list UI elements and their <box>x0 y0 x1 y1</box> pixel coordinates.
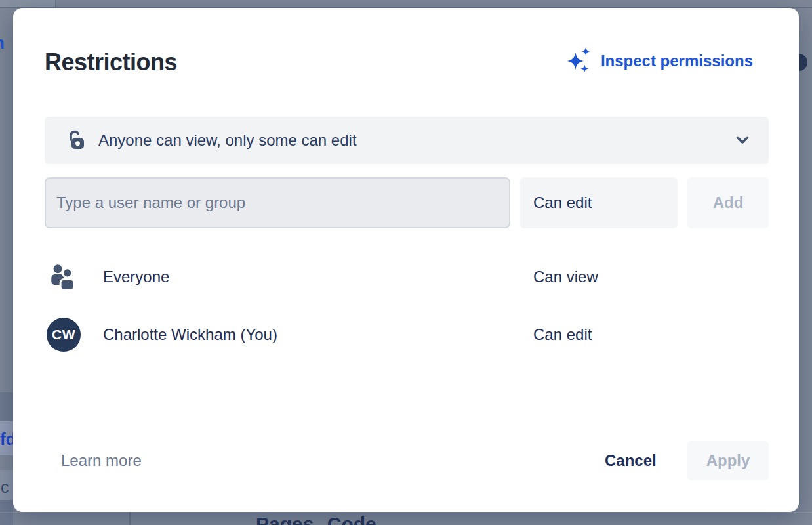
principal-name: Everyone <box>103 268 169 286</box>
sparkles-icon <box>565 45 592 77</box>
backdrop-text-fragment: Pages Code <box>256 513 466 525</box>
user-avatar: CW <box>47 318 81 352</box>
backdrop-text-fragment: c <box>1 478 9 497</box>
apply-button[interactable]: Apply <box>687 441 769 480</box>
chevron-down-icon <box>736 136 749 145</box>
group-people-icon <box>49 262 77 291</box>
unlock-icon <box>64 129 88 152</box>
access-level-dropdown[interactable]: Anyone can view, only some can edit <box>45 117 769 164</box>
permission-selector-button[interactable]: Can edit <box>520 177 678 228</box>
backdrop-band <box>0 392 13 421</box>
principal-permission[interactable]: Can view <box>533 268 598 286</box>
add-button[interactable]: Add <box>687 177 769 228</box>
restriction-row-everyone: Everyone Can view <box>45 260 769 294</box>
restrictions-dialog: Restrictions Inspect permissions Anyone … <box>13 8 799 512</box>
dialog-title: Restrictions <box>45 49 177 76</box>
access-level-selected-option: Anyone can view, only some can edit <box>98 131 357 150</box>
user-or-group-search-input[interactable] <box>45 177 510 228</box>
learn-more-link[interactable]: Learn more <box>61 452 142 470</box>
principal-name: Charlotte Wickham (You) <box>103 326 277 344</box>
restriction-row-user: CW Charlotte Wickham (You) Can edit <box>45 316 769 353</box>
backdrop-sidebar-divider <box>55 0 56 7</box>
inspect-permissions-label: Inspect permissions <box>601 52 753 70</box>
page-backdrop: n fd c Pages Code Restrictions Inspect p… <box>0 0 812 525</box>
inspect-permissions-link[interactable]: Inspect permissions <box>565 46 753 76</box>
backdrop-text-fragment: n <box>0 33 5 53</box>
cancel-button[interactable]: Cancel <box>605 452 657 470</box>
backdrop-column-divider <box>129 512 131 525</box>
principal-permission[interactable]: Can edit <box>533 326 592 344</box>
